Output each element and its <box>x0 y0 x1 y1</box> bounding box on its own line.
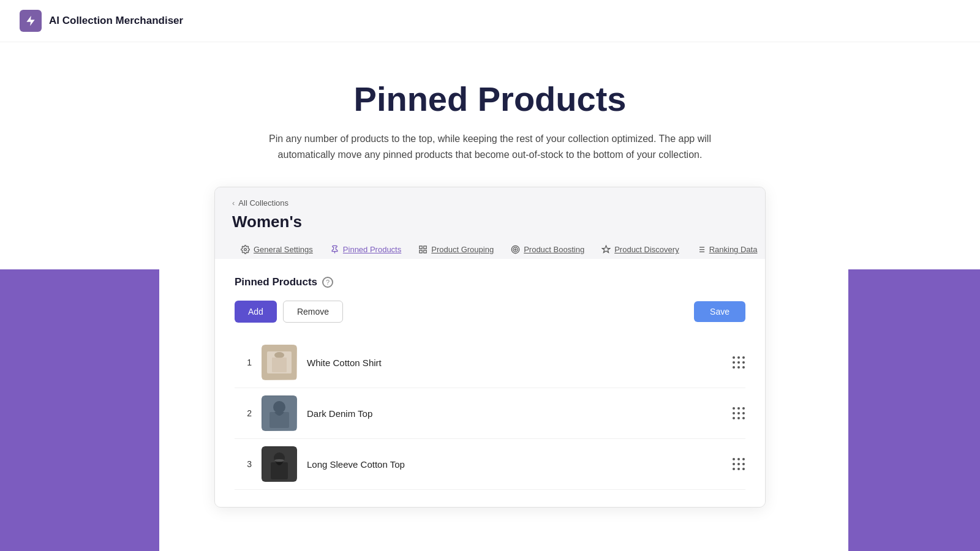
help-icon[interactable]: ? <box>322 277 333 288</box>
table-row: 3 Long Sleeve Cotton Top <box>235 439 745 490</box>
tab-product-discovery[interactable]: Product Discovery <box>593 240 687 259</box>
svg-rect-6 <box>424 250 426 253</box>
svg-marker-0 <box>26 16 34 26</box>
tab-product-grouping-label: Product Grouping <box>431 245 494 254</box>
save-button[interactable]: Save <box>694 301 745 322</box>
product-thumb-1 <box>262 345 297 380</box>
svg-rect-4 <box>424 246 426 249</box>
logo-icon <box>20 10 42 32</box>
drag-handle-2[interactable] <box>733 407 745 420</box>
svg-point-24 <box>274 452 285 463</box>
panel-title: Pinned Products <box>235 276 317 288</box>
svg-point-9 <box>514 249 516 250</box>
app-title: AI Collection Merchandiser <box>49 15 183 27</box>
toolbar: Add Remove Save <box>235 301 745 323</box>
breadcrumb-chevron-icon: ‹ <box>232 198 235 208</box>
main-content: Pinned Products Pin any number of produc… <box>0 42 980 508</box>
svg-rect-3 <box>420 246 422 249</box>
page-description: Pin any number of products to the top, w… <box>263 131 717 162</box>
breadcrumb-link[interactable]: All Collections <box>238 198 288 208</box>
product-thumb-2 <box>262 395 297 431</box>
tab-product-boosting[interactable]: Product Boosting <box>502 240 593 259</box>
svg-rect-26 <box>274 459 284 462</box>
app-window: ‹ All Collections Women's General Settin… <box>214 187 766 508</box>
drag-handle-3[interactable] <box>733 458 745 471</box>
svg-point-21 <box>273 401 285 413</box>
product-thumb-3 <box>262 446 297 482</box>
page-title: Pinned Products <box>354 79 627 119</box>
svg-point-8 <box>513 247 518 252</box>
remove-button[interactable]: Remove <box>283 301 343 323</box>
tab-general-settings[interactable]: General Settings <box>232 240 322 259</box>
product-name-2: Dark Denim Top <box>307 408 723 419</box>
nav-tabs: General Settings Pinned Products <box>232 240 748 259</box>
svg-point-18 <box>274 352 284 358</box>
content-panel: Pinned Products ? Add Remove Save 1 <box>215 259 765 507</box>
app-header: AI Collection Merchandiser <box>0 0 980 42</box>
tab-pinned-products-label: Pinned Products <box>343 245 401 254</box>
tab-product-discovery-label: Product Discovery <box>614 245 679 254</box>
table-row: 2 Dark Denim Top <box>235 388 745 439</box>
product-num-3: 3 <box>235 459 252 469</box>
product-num-1: 1 <box>235 358 252 367</box>
tab-product-boosting-label: Product Boosting <box>524 245 584 254</box>
table-row: 1 White Cotton Shirt <box>235 337 745 388</box>
svg-rect-19 <box>272 358 287 372</box>
product-name-3: Long Sleeve Cotton Top <box>307 459 723 470</box>
tab-ranking-data-label: Ranking Data <box>709 245 758 254</box>
product-name-1: White Cotton Shirt <box>307 358 723 368</box>
panel-header: Pinned Products ? <box>235 276 745 288</box>
tab-ranking-data[interactable]: Ranking Data <box>688 240 766 259</box>
add-button[interactable]: Add <box>235 301 277 323</box>
collection-title: Women's <box>232 212 748 231</box>
svg-point-1 <box>244 249 247 251</box>
toolbar-left: Add Remove <box>235 301 343 323</box>
product-num-2: 2 <box>235 408 252 418</box>
tab-pinned-products[interactable]: Pinned Products <box>322 240 410 259</box>
tab-general-settings-label: General Settings <box>254 245 313 254</box>
svg-rect-5 <box>420 250 422 253</box>
tab-product-grouping[interactable]: Product Grouping <box>410 240 502 259</box>
breadcrumb: ‹ All Collections <box>232 198 748 208</box>
app-window-header: ‹ All Collections Women's General Settin… <box>215 187 765 259</box>
drag-handle-1[interactable] <box>733 356 745 369</box>
